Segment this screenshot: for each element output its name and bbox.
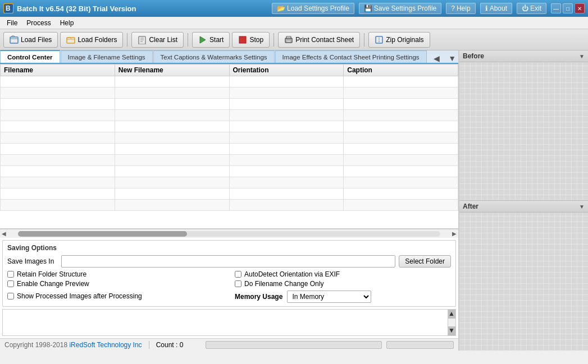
after-preview-content	[459, 213, 588, 351]
clear-list-icon	[138, 35, 147, 44]
show-processed-checkbox[interactable]	[7, 293, 14, 300]
after-preview-header: After ▼	[459, 201, 588, 213]
menu-bar: File Process Help	[0, 17, 588, 29]
save-settings-btn[interactable]: 💾 Save Settings Profile	[359, 3, 441, 14]
table-row	[1, 144, 458, 155]
tab-image-filename[interactable]: Image & Filename Settings	[61, 50, 153, 63]
print-contact-sheet-btn[interactable]: Print Contact Sheet	[278, 32, 360, 48]
load-folders-label: Load Folders	[78, 36, 117, 44]
before-preview-content	[459, 62, 588, 200]
memory-usage-label: Memory Usage	[235, 293, 282, 301]
table-row	[1, 99, 458, 110]
table-row	[1, 121, 458, 132]
menu-process[interactable]: Process	[22, 18, 55, 28]
after-dropdown-icon[interactable]: ▼	[579, 204, 585, 210]
svg-text:B: B	[6, 4, 11, 12]
scroll-right-btn[interactable]: ▶	[450, 231, 458, 237]
save-settings-icon: 💾	[364, 4, 372, 12]
retain-folder-label: Retain Folder Structure	[17, 270, 86, 278]
file-table-container[interactable]: Filename New Filename Orientation Captio…	[0, 64, 458, 229]
print-contact-icon	[284, 35, 293, 44]
left-panel: Control Center Image & Filename Settings…	[0, 50, 459, 351]
load-settings-icon: 📂	[277, 4, 285, 12]
memory-usage-select[interactable]: In Memory On Disk Auto	[287, 291, 371, 303]
start-btn[interactable]: Start	[192, 32, 230, 48]
load-settings-btn[interactable]: 📂 Load Settings Profile	[272, 3, 354, 14]
log-scroll-up[interactable]: ▲	[448, 310, 455, 319]
exit-btn[interactable]: ⏻ Exit	[517, 3, 546, 14]
before-preview-header: Before ▼	[459, 50, 588, 62]
tab-bar: Control Center Image & Filename Settings…	[0, 50, 458, 64]
select-folder-btn[interactable]: Select Folder	[399, 255, 451, 268]
print-contact-label: Print Contact Sheet	[295, 36, 354, 44]
about-icon: ℹ	[485, 4, 488, 12]
table-row	[1, 110, 458, 121]
minimize-btn[interactable]: —	[551, 3, 561, 13]
status-sep-1	[149, 341, 149, 349]
load-files-icon	[10, 35, 19, 44]
menu-help[interactable]: Help	[56, 18, 79, 28]
close-btn[interactable]: ✕	[575, 3, 585, 13]
load-files-btn[interactable]: Load Files	[3, 32, 58, 48]
status-bar: Copyright 1998-2018 iRedSoft Technology …	[0, 338, 458, 351]
log-scroll-down[interactable]: ▼	[448, 326, 455, 335]
autodetect-checkbox[interactable]	[235, 271, 241, 278]
load-folders-icon	[66, 35, 75, 44]
help-btn[interactable]: ? Help	[446, 3, 475, 14]
table-row	[1, 200, 458, 211]
svg-rect-2	[10, 37, 18, 43]
before-preview-section: Before ▼	[459, 50, 588, 200]
show-processed-label: Show Processed Images after Processing	[17, 292, 142, 300]
title-bar: B Batch It v6.54 (32 Bit) Trial Version …	[0, 0, 588, 17]
retain-folder-checkbox[interactable]	[7, 271, 14, 278]
scrollbar-thumb[interactable]	[18, 231, 187, 237]
col-caption: Caption	[344, 64, 458, 76]
save-images-in-label: Save Images In	[7, 257, 58, 265]
table-row	[1, 177, 458, 188]
load-folders-btn[interactable]: Load Folders	[60, 32, 123, 48]
tab-image-effects[interactable]: Image Effects & Contact Sheet Printing S…	[275, 50, 427, 63]
svg-marker-8	[200, 36, 206, 43]
tab-control-center[interactable]: Control Center	[0, 50, 60, 63]
progress-bar-2	[386, 341, 454, 349]
save-path-input[interactable]	[61, 255, 395, 268]
load-files-label: Load Files	[21, 36, 52, 44]
before-label: Before	[463, 52, 484, 60]
do-filename-checkbox[interactable]	[235, 280, 241, 287]
company-link[interactable]: iRedSoft Technology Inc	[69, 341, 142, 349]
app-title: Batch It v6.54 (32 Bit) Trial Version	[17, 4, 136, 13]
stop-label: Stop	[249, 36, 263, 44]
copyright-text: Copyright 1998-2018 iRedSoft Technology …	[4, 341, 142, 349]
autodetect-checkbox-row: AutoDetect Orientation via EXIF	[235, 270, 451, 278]
svg-rect-9	[239, 36, 246, 43]
scroll-left-btn[interactable]: ◀	[0, 231, 8, 237]
table-scrollbar-h[interactable]: ◀ ▶	[0, 229, 458, 238]
scrollbar-track[interactable]	[18, 231, 440, 237]
tab-nav-right[interactable]: ▼	[446, 54, 458, 63]
enable-preview-checkbox[interactable]	[7, 280, 14, 287]
before-dropdown-icon[interactable]: ▼	[579, 53, 585, 59]
exit-icon: ⏻	[522, 4, 528, 12]
count-label: Count : 0	[156, 341, 201, 349]
zip-originals-label: Zip Originals	[386, 36, 423, 44]
app-icon: B	[3, 3, 13, 13]
menu-file[interactable]: File	[2, 18, 22, 28]
main-content: Control Center Image & Filename Settings…	[0, 50, 588, 351]
stop-btn[interactable]: Stop	[232, 32, 270, 48]
log-scrollbar[interactable]: ▲ ▼	[448, 310, 455, 335]
start-icon	[198, 35, 207, 44]
progress-bar-1	[206, 341, 382, 349]
help-icon: ?	[451, 4, 455, 12]
do-filename-checkbox-row: Do Filename Change Only	[235, 280, 451, 288]
clear-list-btn[interactable]: Clear List	[131, 32, 184, 48]
right-panel: Before ▼ After ▼	[459, 50, 588, 351]
table-row	[1, 132, 458, 144]
zip-originals-btn[interactable]: Zip Originals	[368, 32, 430, 48]
toolbar-sep-2	[188, 33, 188, 47]
svg-rect-4	[139, 36, 145, 44]
tab-nav-left[interactable]: ◀	[431, 54, 442, 63]
maximize-btn[interactable]: □	[563, 3, 573, 13]
about-btn[interactable]: ℹ About	[480, 3, 512, 14]
tab-text-captions[interactable]: Text Captions & Watermarks Settings	[153, 50, 275, 63]
log-area[interactable]: ▲ ▼	[2, 309, 456, 336]
